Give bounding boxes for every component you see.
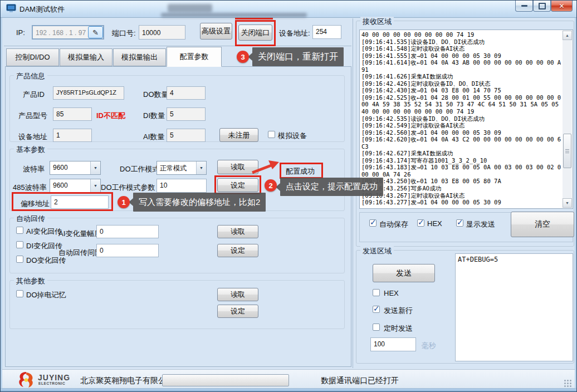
receive-log-box[interactable]: 40 00 00 00 00 00 00 00 00 74 19 [09:16:… [359,30,573,209]
send-input[interactable]: AT+DEBUG=5 [455,253,573,361]
do-power-memory-checkbox[interactable] [16,290,23,297]
baud485-label: 485波特率 [13,183,47,193]
device-address-label: 设备地址: [279,28,310,38]
close-button[interactable]: ✕ [551,1,573,12]
auto-save-label: 自动保存 [379,219,408,229]
do-mode-value: 正常模式 [160,164,187,173]
do-power-memory-label: DO掉电记忆 [26,290,66,300]
maximize-button[interactable] [533,1,551,12]
product-model-label: 产品型号 [18,111,47,121]
auto-report-title: 自动回传 [14,214,47,224]
chevron-down-icon: ▼ [90,161,100,174]
maximize-icon [539,3,546,9]
auto-set-button[interactable]: 设定 [217,244,258,257]
simulate-device-checkbox[interactable] [268,131,275,138]
check-icon: ✓ [373,304,380,313]
company-logo-icon [17,371,35,390]
receive-area-title: 接收区域 [360,17,394,27]
timed-send-label: 定时发送 [384,324,413,334]
chevron-down-icon: ▼ [90,179,100,192]
check-icon: ✓ [418,218,424,227]
company-name: 北京聚英翱翔电子有限公司 [80,376,174,386]
clear-button[interactable]: 清空 [511,212,574,237]
check-icon: ✓ [457,218,463,227]
edit-ip-button[interactable]: ✎ [88,26,103,38]
do-mode-select[interactable]: 正常模式 ▼ [157,161,207,175]
window-title: DAM测试软件 [19,4,65,14]
product-info-title: 产品信息 [14,71,47,81]
offset-input[interactable]: 2 [51,195,109,209]
app-window: DAM测试软件 ✕ IP: 192 . 168 . 1 . 97 ✎ 端口号: … [0,0,577,392]
device-addr-value: 1 [53,129,92,142]
scroll-down-button[interactable]: ▼ [563,198,572,208]
simulate-device-label: 模拟设备 [278,131,307,141]
divider [4,46,351,46]
progress-bar [162,374,289,386]
scroll-up-icon: ▲ [565,33,569,37]
send-hex-label: HEX [384,289,399,297]
id-mismatch-warning: ID不匹配 [96,111,125,121]
do-mode-param-label: DO工作模式参数 [101,183,155,193]
scroll-up-button[interactable]: ▲ [563,31,572,40]
pencil-icon: ✎ [92,28,99,37]
show-send-checkbox[interactable]: ✓ [456,219,463,227]
blurred-watermark [168,4,212,12]
receive-scrollbar[interactable]: ▲ ▼ [563,31,572,208]
callout-step2-tooltip: 点击设定，提示配置成功 [280,178,383,196]
send-button[interactable]: 发送 [373,264,435,282]
auto-read-button[interactable]: 读取 [217,225,258,238]
other-set-button[interactable]: 设定 [217,305,258,318]
hex-display-checkbox[interactable]: ✓ [417,219,424,227]
auto-interval-input[interactable]: 0 [96,244,159,257]
auto-save-checkbox[interactable]: ✓ [369,219,376,227]
port-input[interactable]: 10000 [139,25,185,40]
set-button-highlight [214,175,261,194]
other-read-button[interactable]: 读取 [217,288,258,301]
baud485-value: 9600 [53,182,68,189]
other-params-title: 其他参数 [14,276,47,286]
unregistered-button[interactable]: 未注册 [219,128,258,142]
tab-analog-output[interactable]: 模拟量输出 [113,48,166,66]
tab-control-dido[interactable]: 控制DI/DO [6,48,59,66]
ai-delta-label: AI变化量幅度 [58,229,101,239]
offset-label: 偏移地址 [21,199,50,209]
di-change-report-checkbox[interactable] [16,241,23,248]
product-id-value: JY85RT1PsGLdQP1Z [53,86,124,100]
send-interval-input[interactable]: 100 [370,337,416,351]
scroll-down-icon: ▼ [565,201,569,205]
tab-config-params[interactable]: 配置参数 [167,47,222,67]
baud-value: 9600 [53,164,68,171]
minimize-icon [521,5,527,7]
baud-select[interactable]: 9600 ▼ [50,161,101,175]
show-send-label: 显示发送 [466,219,495,229]
advanced-settings-button[interactable]: 高级设置 [200,23,232,40]
timed-send-checkbox[interactable] [373,324,380,331]
title-bar[interactable]: DAM测试软件 ✕ [1,1,576,18]
config-success-text: 配置成功 [286,166,315,177]
milliseconds-label: 毫秒 [422,341,436,351]
status-bar: JUYING ELECTRONIC 北京聚英翱翔电子有限公司 数据通讯端口已经打… [2,369,575,390]
app-icon [6,4,16,15]
product-model-value: 85 [53,107,92,121]
minimize-button[interactable] [515,1,533,12]
do-count-label: DO数量 [143,90,169,100]
ai-change-report-checkbox[interactable] [16,227,23,234]
port-label: 端口号: [112,28,136,38]
baud485-select[interactable]: 9600 ▼ [50,179,101,193]
callout-step3-tooltip: 关闭端口，重新打开 [252,47,344,66]
port-status-text: 数据通讯端口已经打开 [321,376,399,386]
red-arrow-annotation [251,160,280,174]
send-hex-checkbox[interactable] [373,289,380,296]
send-area-title: 发送区域 [360,246,394,256]
do-change-report-checkbox[interactable] [16,256,23,263]
ai-delta-input[interactable]: 0 [96,225,159,238]
tab-analog-input[interactable]: 模拟量输入 [60,48,113,66]
resize-grip[interactable] [564,379,571,387]
send-newline-checkbox[interactable]: ✓ [373,306,380,313]
do-mode-param-input[interactable]: 10 [157,179,207,193]
device-address-input[interactable]: 254 [312,25,341,39]
window-bottom-frame [1,388,576,391]
brand-subname: ELECTRONIC [38,381,65,385]
scrollbar-thumb[interactable] [563,134,571,168]
callout-step1-badge: 1 [118,196,130,208]
